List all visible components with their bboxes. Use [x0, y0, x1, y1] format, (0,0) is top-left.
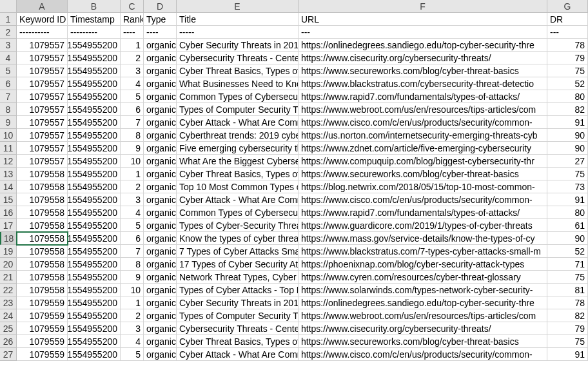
cell-F3[interactable]: https://onlinedegrees.sandiego.edu/top-c… — [299, 39, 547, 52]
cell-A11[interactable]: 1079557 — [17, 142, 68, 155]
cell-D6[interactable]: organic — [144, 77, 177, 90]
cell-B8[interactable]: 1554955200 — [68, 103, 121, 116]
row-header-4[interactable]: 4 — [0, 52, 17, 64]
cell-A25[interactable]: 1079559 — [17, 322, 68, 335]
cell-E11[interactable]: Five emerging cybersecurity th — [177, 142, 299, 155]
cell-E15[interactable]: Cyber Attack - What Are Comm — [177, 193, 299, 206]
cell-B21[interactable]: 1554955200 — [68, 271, 121, 284]
cell-A3[interactable]: 1079557 — [17, 39, 68, 52]
row-header-14[interactable]: 14 — [0, 180, 17, 193]
cell-E7[interactable]: Common Types of Cybersecurit — [177, 90, 299, 103]
cell-F26[interactable]: https://www.secureworks.com/blog/cyber-t… — [299, 335, 547, 348]
cell-F5[interactable]: https://www.secureworks.com/blog/cyber-t… — [299, 64, 547, 77]
cell-B4[interactable]: 1554955200 — [68, 52, 121, 64]
cell-E2[interactable]: ----- — [177, 26, 299, 39]
cell-B14[interactable]: 1554955200 — [68, 180, 121, 193]
cell-G10[interactable]: 90 — [547, 129, 588, 142]
cell-G21[interactable]: 75 — [547, 271, 588, 284]
row-header-9[interactable]: 9 — [0, 116, 17, 129]
cell-A26[interactable]: 1079559 — [17, 335, 68, 348]
cell-E26[interactable]: Cyber Threat Basics, Types of T — [177, 335, 299, 348]
cell-A15[interactable]: 1079558 — [17, 193, 68, 206]
cell-A4[interactable]: 1079557 — [17, 52, 68, 64]
row-header-2[interactable]: 2 — [0, 26, 17, 39]
cell-A14[interactable]: 1079558 — [17, 180, 68, 193]
cell-A13[interactable]: 1079558 — [17, 168, 68, 180]
row-header-23[interactable]: 23 — [0, 296, 17, 309]
cell-A22[interactable]: 1079558 — [17, 284, 68, 296]
cell-C17[interactable]: 5 — [121, 219, 144, 232]
cell-E16[interactable]: Common Types of Cybersecurit — [177, 206, 299, 219]
row-header-1[interactable]: 1 — [0, 13, 17, 26]
cell-B5[interactable]: 1554955200 — [68, 64, 121, 77]
row-header-13[interactable]: 13 — [0, 168, 17, 180]
cell-D15[interactable]: organic — [144, 193, 177, 206]
cell-E4[interactable]: Cybersecurity Threats - Center — [177, 52, 299, 64]
col-header-C[interactable]: C — [121, 0, 144, 13]
cell-G7[interactable]: 80 — [547, 90, 588, 103]
cell-G25[interactable]: 79 — [547, 322, 588, 335]
col-header-B[interactable]: B — [68, 0, 121, 13]
col-header-D[interactable]: D — [144, 0, 177, 13]
cell-D11[interactable]: organic — [144, 142, 177, 155]
cell-A20[interactable]: 1079558 — [17, 258, 68, 271]
cell-B11[interactable]: 1554955200 — [68, 142, 121, 155]
cell-E9[interactable]: Cyber Attack - What Are Comm — [177, 116, 299, 129]
cell-G13[interactable]: 75 — [547, 168, 588, 180]
cell-F4[interactable]: https://www.cisecurity.org/cybersecurity… — [299, 52, 547, 64]
cell-B25[interactable]: 1554955200 — [68, 322, 121, 335]
cell-C8[interactable]: 6 — [121, 103, 144, 116]
cell-F10[interactable]: https://us.norton.com/internetsecurity-e… — [299, 129, 547, 142]
cell-F1[interactable]: URL — [299, 13, 547, 26]
cell-A7[interactable]: 1079557 — [17, 90, 68, 103]
cell-C5[interactable]: 3 — [121, 64, 144, 77]
cell-F21[interactable]: https://www.cyren.com/resources/cyber-th… — [299, 271, 547, 284]
cell-A27[interactable]: 1079559 — [17, 348, 68, 361]
cell-F13[interactable]: https://www.secureworks.com/blog/cyber-t… — [299, 168, 547, 180]
cell-D25[interactable]: organic — [144, 322, 177, 335]
row-header-17[interactable]: 17 — [0, 219, 17, 232]
cell-B19[interactable]: 1554955200 — [68, 245, 121, 258]
cell-C3[interactable]: 1 — [121, 39, 144, 52]
cell-B12[interactable]: 1554955200 — [68, 155, 121, 168]
cell-E25[interactable]: Cybersecurity Threats - Center — [177, 322, 299, 335]
row-header-20[interactable]: 20 — [0, 258, 17, 271]
cell-G4[interactable]: 79 — [547, 52, 588, 64]
row-header-16[interactable]: 16 — [0, 206, 17, 219]
cell-B10[interactable]: 1554955200 — [68, 129, 121, 142]
row-header-8[interactable]: 8 — [0, 103, 17, 116]
row-header-25[interactable]: 25 — [0, 322, 17, 335]
col-header-F[interactable]: F — [299, 0, 547, 13]
cell-A21[interactable]: 1079558 — [17, 271, 68, 284]
cell-F6[interactable]: https://www.blackstratus.com/cybersecuri… — [299, 77, 547, 90]
cell-D21[interactable]: organic — [144, 271, 177, 284]
cell-B7[interactable]: 1554955200 — [68, 90, 121, 103]
cell-F11[interactable]: https://www.zdnet.com/article/five-emerg… — [299, 142, 547, 155]
cell-G5[interactable]: 75 — [547, 64, 588, 77]
cell-C22[interactable]: 10 — [121, 284, 144, 296]
cell-E13[interactable]: Cyber Threat Basics, Types of T — [177, 168, 299, 180]
cell-E22[interactable]: Types of Cyber Attacks - Top Ne — [177, 284, 299, 296]
cell-C27[interactable]: 5 — [121, 348, 144, 361]
cell-A17[interactable]: 1079558 — [17, 219, 68, 232]
cell-C13[interactable]: 1 — [121, 168, 144, 180]
cell-E18[interactable]: Know the types of cyber threat — [177, 232, 299, 245]
cell-A18[interactable]: 1079558 — [17, 232, 68, 245]
cell-D16[interactable]: organic — [144, 206, 177, 219]
cell-D2[interactable]: ---- — [144, 26, 177, 39]
cell-F27[interactable]: https://www.cisco.com/c/en/us/products/s… — [299, 348, 547, 361]
cell-G22[interactable]: 81 — [547, 284, 588, 296]
cell-B17[interactable]: 1554955200 — [68, 219, 121, 232]
cell-A10[interactable]: 1079557 — [17, 129, 68, 142]
row-header-21[interactable]: 21 — [0, 271, 17, 284]
cell-A5[interactable]: 1079557 — [17, 64, 68, 77]
cell-E17[interactable]: Types of Cyber-Security Threat — [177, 219, 299, 232]
cell-A24[interactable]: 1079559 — [17, 309, 68, 322]
cell-G17[interactable]: 61 — [547, 219, 588, 232]
cell-G27[interactable]: 91 — [547, 348, 588, 361]
cell-B6[interactable]: 1554955200 — [68, 77, 121, 90]
cell-D4[interactable]: organic — [144, 52, 177, 64]
cell-D9[interactable]: organic — [144, 116, 177, 129]
cell-F25[interactable]: https://www.cisecurity.org/cybersecurity… — [299, 322, 547, 335]
cell-A16[interactable]: 1079558 — [17, 206, 68, 219]
